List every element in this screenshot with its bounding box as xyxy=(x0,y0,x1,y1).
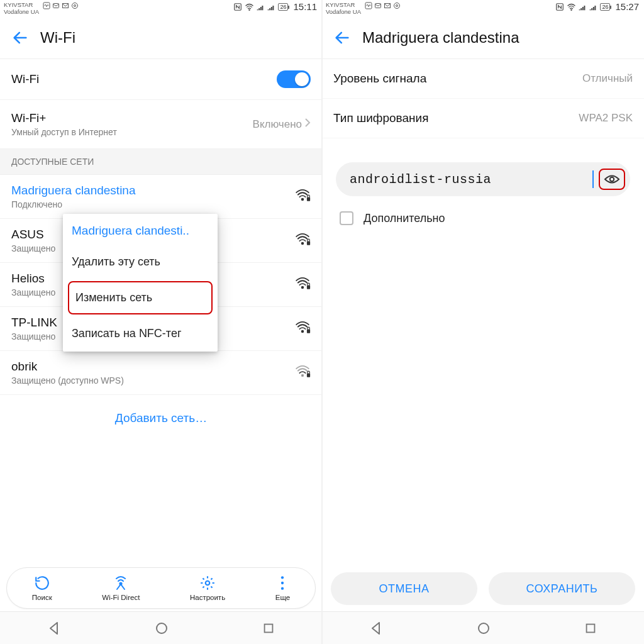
wifi-plus-label: Wi-Fi+ xyxy=(11,111,117,125)
advanced-label: Дополнительно xyxy=(364,212,445,225)
signal-label: Уровень сигнала xyxy=(333,72,426,86)
svg-point-7 xyxy=(302,198,304,200)
app-header: Wi-Fi xyxy=(0,16,322,59)
nfc-icon xyxy=(555,3,564,11)
chrome-icon xyxy=(393,2,401,9)
nav-home-icon[interactable] xyxy=(476,621,491,636)
nav-home-icon[interactable] xyxy=(154,621,169,636)
network-name: TP-LINK xyxy=(11,316,57,330)
eye-icon xyxy=(604,174,620,185)
page-title: Wi-Fi xyxy=(40,29,75,47)
show-password-button[interactable] xyxy=(599,169,625,190)
wifi-lock-icon xyxy=(294,365,311,381)
carrier-1: KYIVSTAR xyxy=(4,1,39,8)
cancel-button[interactable]: ОТМЕНА xyxy=(331,572,477,605)
svg-point-19 xyxy=(281,576,284,579)
context-menu-nfc[interactable]: Записать на NFC-тег xyxy=(63,316,218,352)
svg-point-31 xyxy=(610,177,614,181)
activity-icon xyxy=(43,2,50,9)
wifi-lock-icon xyxy=(294,233,311,249)
chevron-right-icon xyxy=(304,118,311,131)
carrier-1: KYIVSTAR xyxy=(326,1,361,8)
available-networks-header: ДОСТУПНЫЕ СЕТИ xyxy=(0,149,322,175)
gmail-icon xyxy=(384,2,391,9)
system-nav-bar xyxy=(0,611,322,644)
advanced-checkbox[interactable] xyxy=(340,211,353,225)
bottom-toolbar: Поиск Wi-Fi Direct Настроить Еще xyxy=(6,567,316,609)
battery-icon: 26 xyxy=(278,3,288,11)
mail-icon xyxy=(374,2,382,9)
svg-rect-23 xyxy=(265,624,273,632)
svg-point-22 xyxy=(157,623,167,633)
carrier-2: Vodafone UA xyxy=(326,8,361,15)
back-icon[interactable] xyxy=(11,29,29,47)
svg-point-11 xyxy=(302,286,304,288)
svg-rect-12 xyxy=(307,285,310,289)
password-field[interactable] xyxy=(336,162,630,196)
signal-2-icon xyxy=(589,3,597,11)
wifi-toggle-row[interactable]: Wi-Fi xyxy=(0,59,322,100)
wifi-status-icon xyxy=(245,3,254,11)
screen-network-edit: KYIVSTAR Vodafone UA 26 15:27 xyxy=(322,0,644,644)
toolbar-settings[interactable]: Настроить xyxy=(190,575,225,601)
carrier-2: Vodafone UA xyxy=(4,8,39,15)
back-icon[interactable] xyxy=(333,29,351,47)
text-caret xyxy=(592,170,594,188)
toolbar-wifi-direct[interactable]: Wi-Fi Direct xyxy=(102,575,140,601)
clock: 15:27 xyxy=(615,1,639,12)
wifi-toggle[interactable] xyxy=(277,70,311,88)
signal-row: Уровень сигнала Отличный xyxy=(322,59,644,99)
network-status: Защищено xyxy=(11,331,57,341)
wifi-plus-value: Включено xyxy=(253,118,302,131)
svg-rect-16 xyxy=(307,373,310,377)
nav-recent-icon[interactable] xyxy=(584,621,597,635)
nav-back-icon[interactable] xyxy=(47,621,62,636)
toolbar-more[interactable]: Еще xyxy=(275,575,290,601)
signal-2-icon xyxy=(267,3,275,11)
nfc-icon xyxy=(233,3,242,11)
svg-point-15 xyxy=(302,374,304,376)
wifi-plus-sub: Умный доступ в Интернет xyxy=(11,127,117,137)
activity-icon xyxy=(365,2,372,9)
add-network-button[interactable]: Добавить сеть… xyxy=(0,395,322,441)
nav-recent-icon[interactable] xyxy=(262,621,275,635)
clock: 15:11 xyxy=(293,1,317,12)
password-input[interactable] xyxy=(350,172,594,187)
network-row[interactable]: obrik Защищено (доступно WPS) xyxy=(0,351,322,395)
svg-point-13 xyxy=(302,330,304,332)
battery-icon: 26 xyxy=(600,3,610,11)
gmail-icon xyxy=(62,2,69,9)
encryption-row: Тип шифрования WPA2 PSK xyxy=(322,99,644,138)
save-button[interactable]: СОХРАНИТЬ xyxy=(489,572,635,605)
network-name: Madriguera clandestina xyxy=(11,184,136,197)
network-row[interactable]: Madriguera clandestina Подключено xyxy=(0,175,322,219)
svg-point-18 xyxy=(206,581,210,586)
wifi-lock-icon xyxy=(294,321,311,337)
svg-point-20 xyxy=(281,582,284,584)
svg-point-9 xyxy=(302,242,304,244)
network-name: obrik xyxy=(11,360,124,374)
svg-point-6 xyxy=(249,9,250,10)
network-status: Подключено xyxy=(11,199,136,209)
screen-wifi-list: KYIVSTAR Vodafone UA 26 15:11 xyxy=(0,0,322,644)
signal-1-icon xyxy=(579,3,587,11)
svg-point-4 xyxy=(74,5,76,7)
context-menu-modify[interactable]: Изменить сеть xyxy=(68,281,213,314)
network-status: Защищено xyxy=(11,287,55,297)
svg-rect-33 xyxy=(587,624,595,632)
system-nav-bar xyxy=(322,611,644,644)
svg-point-32 xyxy=(479,623,489,633)
context-menu-title: Madriguera clandesti.. xyxy=(63,214,218,244)
nav-back-icon[interactable] xyxy=(369,621,384,636)
encryption-value: WPA2 PSK xyxy=(579,112,633,125)
advanced-checkbox-row[interactable]: Дополнительно xyxy=(340,211,626,225)
mail-icon xyxy=(52,2,60,9)
context-menu-forget[interactable]: Удалить эту сеть xyxy=(63,244,218,280)
toolbar-refresh[interactable]: Поиск xyxy=(32,575,52,601)
svg-point-3 xyxy=(72,3,78,9)
network-status: Защищено xyxy=(11,243,55,253)
svg-rect-10 xyxy=(307,241,310,245)
svg-point-21 xyxy=(281,587,284,590)
page-title: Madriguera clandestina xyxy=(362,29,519,47)
wifi-plus-row[interactable]: Wi-Fi+ Умный доступ в Интернет Включено xyxy=(0,100,322,149)
